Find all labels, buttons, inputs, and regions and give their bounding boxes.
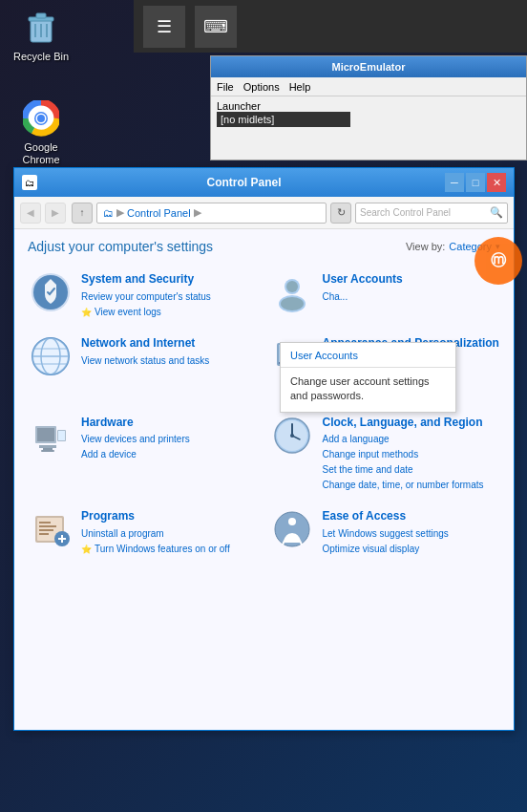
clock-links: Add a language Change input methods Set …	[323, 432, 484, 493]
change-date-link[interactable]: Change date, time, or number formats	[323, 478, 484, 493]
ease-access-content: Ease of Access Let Windows suggest setti…	[323, 506, 449, 557]
chrome-label: Google Chrome	[11, 141, 71, 166]
hardware-content: Hardware View devices and printers Add a…	[81, 413, 190, 463]
navigation-bar: ◀ ▶ ↑ 🗂 ▶ Control Panel ▶ ↻ Search Contr…	[14, 197, 514, 229]
micro-launcher-label: Launcher	[217, 100, 520, 112]
category-hardware: Hardware View devices and printers Add a…	[28, 413, 260, 494]
micro-options-menu[interactable]: Options	[243, 81, 280, 93]
svg-rect-31	[37, 428, 54, 441]
ease-access-title[interactable]: Ease of Access	[323, 509, 407, 523]
svg-rect-35	[43, 448, 53, 450]
forward-button[interactable]: ▶	[45, 203, 66, 224]
programs-icon	[28, 506, 74, 552]
up-button[interactable]: ↑	[72, 203, 93, 224]
maximize-button[interactable]: □	[466, 173, 485, 192]
back-button[interactable]: ◀	[20, 203, 41, 224]
category-system-security: System and Security Review your computer…	[28, 269, 260, 320]
set-time-link[interactable]: Set the time and date	[323, 462, 484, 478]
tooltip-divider	[281, 367, 455, 368]
watermark-icon: ⓜ	[491, 251, 506, 271]
change-account-link[interactable]: Cha...	[323, 289, 403, 305]
recycle-bin-icon[interactable]: Recycle Bin	[8, 5, 74, 67]
optimize-visual-link[interactable]: Optimize visual display	[323, 542, 449, 557]
menu-button[interactable]: ☰	[143, 6, 185, 48]
category-network: Network and Internet View network status…	[28, 333, 260, 399]
user-accounts-icon	[269, 269, 315, 315]
view-devices-link[interactable]: View devices and printers	[81, 432, 190, 447]
user-accounts-content: User Accounts Cha...	[323, 269, 403, 305]
refresh-button[interactable]: ↻	[330, 203, 351, 224]
minimize-button[interactable]: ─	[445, 173, 464, 192]
micro-emulator-window: MicroEmulator File Options Help Launcher…	[210, 55, 527, 160]
svg-rect-46	[39, 529, 53, 531]
category-ease-access: Ease of Access Let Windows suggest setti…	[269, 506, 501, 557]
svg-point-41	[290, 434, 294, 438]
uninstall-link[interactable]: Uninstall a program	[81, 526, 230, 542]
review-computer-link[interactable]: Review your computer's status	[81, 289, 211, 305]
star-icon-2: ⭐	[81, 543, 92, 556]
control-panel-window: 🗂 Control Panel ─ □ ✕ ◀ ▶ ↑ 🗂 ▶ Control …	[13, 167, 515, 731]
category-programs: Programs Uninstall a program ⭐ Turn Wind…	[28, 506, 260, 557]
programs-content: Programs Uninstall a program ⭐ Turn Wind…	[81, 506, 230, 557]
system-security-icon	[28, 269, 74, 315]
desktop: Recycle Bin Google Chrome ☰ ⌨	[0, 0, 527, 812]
micro-emulator-title: MicroEmulator	[331, 61, 405, 73]
ease-access-links: Let Windows suggest settings Optimize vi…	[323, 526, 449, 557]
network-title[interactable]: Network and Internet	[81, 336, 195, 350]
add-language-link[interactable]: Add a language	[323, 432, 484, 447]
change-input-link[interactable]: Change input methods	[323, 447, 484, 462]
micro-nomidlets-field: [no midlets]	[217, 112, 350, 127]
cp-main-title: Adjust your computer's settings	[28, 239, 213, 254]
control-panel-title-icon: 🗂	[22, 175, 37, 190]
svg-point-9	[37, 115, 45, 122]
svg-point-14	[286, 281, 298, 292]
micro-help-menu[interactable]: Help	[289, 81, 311, 93]
tooltip-user-accounts-item[interactable]: User Accounts	[281, 347, 455, 364]
svg-rect-36	[41, 450, 54, 452]
programs-links: Uninstall a program ⭐ Turn Windows featu…	[81, 526, 230, 557]
clock-title[interactable]: Clock, Language, and Region	[323, 416, 483, 429]
user-accounts-title[interactable]: User Accounts	[323, 272, 403, 286]
breadcrumb-icon: 🗂	[103, 207, 114, 219]
star-icon: ⭐	[81, 306, 92, 319]
top-taskbar: ☰ ⌨	[134, 0, 527, 53]
keyboard-icon: ⌨	[203, 16, 228, 37]
user-accounts-links: Cha...	[323, 289, 403, 305]
tooltip-description: Change user account settings and passwor…	[281, 371, 455, 408]
network-content: Network and Internet View network status…	[81, 333, 209, 369]
programs-title[interactable]: Programs	[81, 509, 135, 523]
hardware-icon	[28, 413, 74, 459]
svg-rect-47	[39, 533, 49, 535]
categories-grid: System and Security Review your computer…	[28, 269, 500, 557]
svg-point-15	[281, 297, 304, 310]
search-box[interactable]: Search Control Panel 🔍	[355, 203, 508, 224]
view-by-label: View by:	[406, 241, 445, 252]
windows-features-link[interactable]: ⭐ Turn Windows features on or off	[81, 542, 230, 557]
cp-header: Adjust your computer's settings View by:…	[28, 239, 500, 254]
view-event-logs-link[interactable]: ⭐ View event logs	[81, 305, 211, 320]
add-device-link[interactable]: Add a device	[81, 447, 190, 462]
svg-rect-45	[39, 525, 56, 527]
chrome-desktop-icon[interactable]: Google Chrome	[8, 96, 74, 170]
control-panel-content: Adjust your computer's settings View by:…	[14, 229, 514, 730]
window-controls: ─ □ ✕	[445, 173, 506, 192]
breadcrumb-path: Control Panel	[127, 207, 191, 219]
user-accounts-tooltip: User Accounts Change user account settin…	[280, 342, 456, 413]
micro-emulator-titlebar: MicroEmulator	[211, 56, 526, 77]
system-security-links: Review your computer's status ⭐ View eve…	[81, 289, 211, 320]
hardware-title[interactable]: Hardware	[81, 416, 134, 429]
clock-content: Clock, Language, and Region Add a langua…	[323, 413, 484, 494]
network-status-link[interactable]: View network status and tasks	[81, 353, 209, 369]
breadcrumb[interactable]: 🗂 ▶ Control Panel ▶	[96, 203, 327, 224]
network-icon	[28, 333, 74, 379]
keyboard-button[interactable]: ⌨	[195, 6, 237, 48]
menu-icon: ☰	[157, 16, 172, 37]
close-button[interactable]: ✕	[487, 173, 506, 192]
suggest-settings-link[interactable]: Let Windows suggest settings	[323, 526, 449, 542]
search-placeholder: Search Control Panel	[360, 207, 451, 218]
svg-rect-33	[58, 431, 65, 440]
system-security-content: System and Security Review your computer…	[81, 269, 211, 320]
svg-rect-44	[39, 522, 51, 524]
micro-file-menu[interactable]: File	[217, 81, 234, 93]
system-security-title[interactable]: System and Security	[81, 272, 194, 286]
